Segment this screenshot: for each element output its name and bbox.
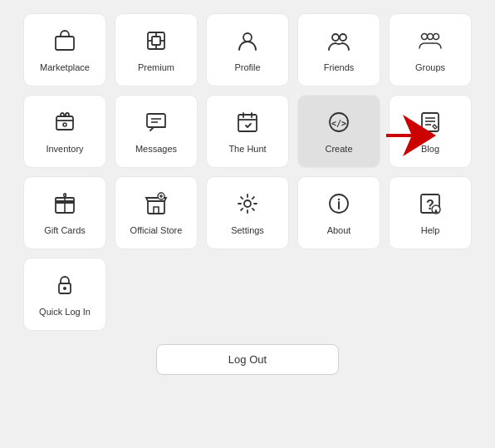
the-hunt-label: The Hunt [228, 144, 266, 154]
gift-cards-label: Gift Cards [44, 225, 86, 235]
friends-label: Friends [324, 62, 355, 72]
tile-grid-row3: Gift Cards Official Store [23, 176, 472, 249]
svg-point-8 [332, 34, 339, 41]
tile-official-store[interactable]: Official Store [115, 176, 198, 249]
svg-point-9 [340, 34, 346, 41]
tile-premium[interactable]: Premium [115, 13, 198, 86]
inventory-icon [52, 110, 77, 139]
tile-grid-row1: Marketplace Premium [23, 13, 472, 86]
quick-log-in-icon [52, 273, 77, 302]
tile-grid-row2: Inventory Messages [23, 95, 472, 168]
gift-cards-icon [52, 191, 77, 220]
svg-rect-16 [147, 114, 165, 127]
settings-icon [235, 191, 260, 220]
messages-icon [144, 110, 169, 139]
tile-marketplace[interactable]: Marketplace [23, 13, 106, 86]
svg-rect-0 [56, 37, 74, 50]
svg-text:</>: </> [331, 118, 346, 127]
quick-log-in-label: Quick Log In [39, 307, 91, 317]
groups-icon [418, 28, 443, 57]
settings-label: Settings [231, 225, 264, 235]
tile-about[interactable]: About [297, 176, 380, 249]
svg-point-39 [338, 198, 340, 199]
tile-gift-cards[interactable]: Gift Cards [23, 176, 106, 249]
logout-button[interactable]: Log Out [156, 344, 339, 375]
svg-rect-19 [238, 115, 257, 131]
the-hunt-icon [235, 110, 260, 139]
tile-inventory[interactable]: Inventory [23, 95, 106, 168]
tile-quick-log-in[interactable]: Quick Log In [23, 258, 106, 331]
create-icon: </> [326, 110, 351, 139]
svg-point-12 [434, 33, 439, 39]
tile-help[interactable]: ? ▲ Help [389, 176, 472, 249]
help-icon: ? ▲ [418, 191, 443, 220]
blog-label: Blog [421, 144, 439, 154]
official-store-label: Official Store [130, 225, 183, 235]
blog-icon [418, 110, 443, 139]
svg-point-36 [244, 200, 251, 207]
svg-point-15 [63, 123, 66, 126]
svg-rect-2 [152, 37, 160, 45]
tile-settings[interactable]: Settings [206, 176, 289, 249]
marketplace-icon [52, 28, 77, 57]
svg-point-45 [63, 287, 66, 290]
create-label: Create [325, 144, 352, 154]
tile-blog[interactable]: Blog [389, 95, 472, 168]
marketplace-label: Marketplace [40, 62, 90, 72]
tile-messages[interactable]: Messages [115, 95, 198, 168]
svg-point-11 [428, 33, 434, 39]
friends-icon [326, 28, 351, 57]
groups-label: Groups [415, 62, 445, 72]
profile-icon [235, 28, 260, 57]
svg-point-7 [243, 33, 252, 42]
about-icon [326, 191, 351, 220]
messages-label: Messages [135, 144, 177, 154]
app-container: Marketplace Premium [0, 0, 495, 448]
premium-label: Premium [138, 62, 174, 72]
inventory-label: Inventory [46, 144, 83, 154]
help-label: Help [421, 225, 440, 235]
tile-the-hunt[interactable]: The Hunt [206, 95, 289, 168]
tile-groups[interactable]: Groups [389, 13, 472, 86]
official-store-icon [144, 191, 169, 220]
about-label: About [327, 225, 351, 235]
tile-profile[interactable]: Profile [206, 13, 289, 86]
profile-label: Profile [234, 62, 260, 72]
tile-grid-row4: Quick Log In [23, 258, 472, 331]
premium-icon [144, 28, 169, 57]
tile-create[interactable]: </> Create [297, 95, 380, 168]
tile-friends[interactable]: Friends [297, 13, 380, 86]
svg-text:▲: ▲ [433, 206, 439, 214]
svg-point-10 [422, 33, 428, 39]
